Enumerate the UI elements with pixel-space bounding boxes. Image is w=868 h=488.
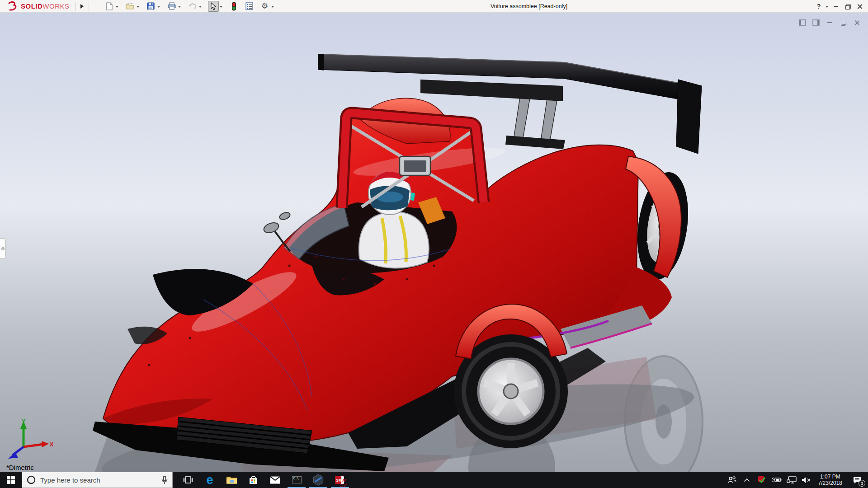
people-button[interactable] xyxy=(726,472,738,488)
triad-y-label: Y xyxy=(22,418,26,425)
minimize-icon xyxy=(827,22,832,23)
print-icon xyxy=(168,2,176,10)
doc-minimize-button[interactable] xyxy=(826,19,834,26)
restore-icon xyxy=(841,21,845,25)
start-button[interactable] xyxy=(0,472,22,488)
taskbar-solidworks-2017[interactable]: SW 2017 xyxy=(329,472,351,488)
chevron-up-icon xyxy=(744,478,750,482)
save-floppy-icon xyxy=(147,2,155,10)
store-icon xyxy=(249,475,258,485)
print-button[interactable] xyxy=(166,1,177,12)
window-controls: ? xyxy=(813,0,868,13)
restore-icon xyxy=(845,5,850,9)
window-title: Voiture assomblee [Read-only] xyxy=(461,3,597,9)
undo-dropdown-caret[interactable] xyxy=(199,6,202,8)
gear-icon: ⚙ xyxy=(261,2,268,10)
select-cursor-icon xyxy=(210,2,217,10)
3ds-mark-icon xyxy=(5,1,19,11)
hidden-icons-button[interactable] xyxy=(741,472,753,488)
minimize-icon xyxy=(834,6,838,7)
rebuild-button[interactable] xyxy=(229,1,240,12)
windows-taskbar: e C:\ xyxy=(0,472,868,488)
people-icon xyxy=(727,476,737,483)
rebuild-traffic-light-icon xyxy=(231,2,236,11)
divider xyxy=(89,2,89,11)
quick-toolbar: ⚙ xyxy=(104,1,279,12)
solidworks-2017-icon: SW 2017 xyxy=(334,474,346,486)
menu-flyout-button[interactable] xyxy=(78,1,86,11)
cortana-icon xyxy=(27,475,36,484)
save-dropdown-caret[interactable] xyxy=(157,6,160,8)
taskbar-store[interactable] xyxy=(242,472,264,488)
pane-right-button[interactable] xyxy=(812,19,820,26)
new-document-button[interactable] xyxy=(104,1,115,12)
clock-time: 1:07 PM xyxy=(818,474,842,480)
tab-handle-dot xyxy=(1,247,5,250)
command-prompt-icon: C:\ xyxy=(292,476,302,483)
print-dropdown-caret[interactable] xyxy=(178,6,181,8)
help-button[interactable]: ? xyxy=(813,0,825,12)
options-dropdown-caret[interactable] xyxy=(271,6,274,8)
select-button[interactable] xyxy=(208,1,219,12)
doc-restore-button[interactable] xyxy=(839,19,847,26)
edge-icon: e xyxy=(206,474,213,486)
taskbar-command-prompt[interactable]: C:\ xyxy=(286,472,307,488)
taskbar-edge[interactable]: e xyxy=(199,472,221,488)
file-properties-icon xyxy=(245,2,253,10)
help-dropdown-caret[interactable] xyxy=(826,6,828,8)
view-orientation-label: *Dimetric xyxy=(6,464,34,471)
open-dropdown-caret[interactable] xyxy=(137,6,139,8)
doc-close-button[interactable] xyxy=(853,19,861,26)
select-dropdown-caret[interactable] xyxy=(220,6,222,8)
mail-icon xyxy=(270,476,280,484)
search-input[interactable] xyxy=(40,476,157,484)
battery-plug-icon xyxy=(771,477,782,483)
microphone-icon[interactable] xyxy=(161,476,168,484)
new-document-icon xyxy=(106,2,113,10)
volume-muted-icon xyxy=(802,477,811,483)
document-window-controls xyxy=(798,19,861,26)
windows-logo-icon xyxy=(7,476,15,484)
feature-tree-collapsed-tab[interactable] xyxy=(0,238,6,259)
save-button[interactable] xyxy=(146,1,156,12)
car-model-view xyxy=(0,13,868,472)
undo-icon xyxy=(188,3,197,9)
pane-left-icon xyxy=(799,19,806,26)
close-button[interactable] xyxy=(854,0,865,12)
notification-badge: 3 xyxy=(859,480,865,487)
taskbar-search[interactable] xyxy=(22,472,173,488)
hexagon-app-icon xyxy=(313,474,324,486)
options-button[interactable]: ⚙ xyxy=(259,1,270,12)
action-center-button[interactable]: 3 xyxy=(848,472,866,488)
pane-left-button[interactable] xyxy=(798,19,807,26)
open-folder-icon xyxy=(126,3,134,10)
open-button[interactable] xyxy=(125,1,136,12)
minimize-button[interactable] xyxy=(830,0,842,12)
flyout-arrow-icon xyxy=(80,4,84,9)
task-view-button[interactable] xyxy=(177,472,199,488)
taskbar-clock[interactable]: 1:07 PM 7/23/2018 xyxy=(816,474,845,486)
task-view-icon xyxy=(183,476,193,484)
reference-triad: Y X xyxy=(4,417,53,462)
power-tray[interactable] xyxy=(771,472,783,488)
close-icon xyxy=(857,4,862,9)
solidworks-logo: SOLIDWORKS xyxy=(0,1,73,11)
taskbar-file-explorer[interactable] xyxy=(221,472,242,488)
undo-button[interactable] xyxy=(187,1,198,12)
taskbar-mail[interactable] xyxy=(264,472,286,488)
graphics-viewport[interactable]: Y X *Dimetric xyxy=(0,13,868,472)
network-display-icon xyxy=(787,476,797,483)
clock-date: 7/23/2018 xyxy=(818,480,842,486)
taskbar-composer[interactable] xyxy=(307,472,329,488)
solidworks-monitor-tray[interactable] xyxy=(756,472,768,488)
restore-button[interactable] xyxy=(842,0,854,12)
file-properties-button[interactable] xyxy=(244,1,255,12)
volume-tray[interactable] xyxy=(801,472,812,488)
brand-text: SOLIDWORKS xyxy=(21,2,70,10)
network-tray[interactable] xyxy=(786,472,797,488)
new-dropdown-caret[interactable] xyxy=(116,6,118,8)
file-explorer-icon xyxy=(226,475,237,484)
sw-check-icon xyxy=(758,476,766,484)
taskbar-apps: e C:\ xyxy=(177,472,351,488)
system-tray: 1:07 PM 7/23/2018 3 xyxy=(726,472,868,488)
